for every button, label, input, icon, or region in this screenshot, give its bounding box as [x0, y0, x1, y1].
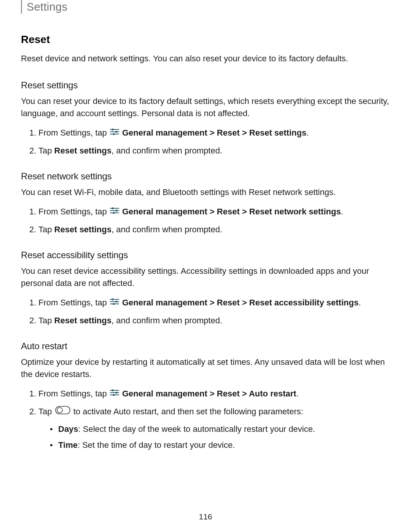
sliders-icon [110, 126, 119, 139]
intro-text: Reset device and network settings. You c… [21, 53, 390, 65]
step-1: From Settings, tap General management > … [29, 205, 390, 219]
heading-reset-settings: Reset settings [21, 80, 390, 91]
step-1: From Settings, tap General management > … [29, 387, 390, 401]
step-1: From Settings, tap General management > … [29, 296, 390, 310]
page-number: 116 [0, 512, 411, 521]
steps-reset-network: From Settings, tap General management > … [21, 205, 390, 236]
heading-reset-network: Reset network settings [21, 171, 390, 182]
desc-reset-accessibility: You can reset device accessibility setti… [21, 265, 390, 289]
desc-reset-network: You can reset Wi-Fi, mobile data, and Bl… [21, 186, 390, 198]
desc-reset-settings: You can reset your device to its factory… [21, 95, 390, 120]
sliders-icon [110, 387, 119, 400]
heading-auto-restart: Auto restart [21, 341, 390, 351]
breadcrumb: Settings [27, 1, 67, 13]
param-days: Days: Select the day of the week to auto… [38, 423, 390, 436]
step-2: Tap to activate Auto restart, and then s… [29, 405, 390, 452]
steps-auto-restart: From Settings, tap General management > … [21, 387, 390, 452]
auto-restart-params: Days: Select the day of the week to auto… [38, 423, 390, 452]
sliders-icon [110, 296, 119, 309]
param-time: Time: Set the time of day to restart you… [38, 439, 390, 452]
steps-reset-settings: From Settings, tap General management > … [21, 126, 390, 157]
sliders-icon [110, 205, 119, 218]
desc-auto-restart: Optimize your device by restarting it au… [21, 356, 390, 380]
step-2: Tap Reset settings, and confirm when pro… [29, 144, 390, 157]
page-title: Reset [21, 34, 390, 46]
step-2: Tap Reset settings, and confirm when pro… [29, 223, 390, 236]
breadcrumb-bar: Settings [21, 0, 390, 14]
heading-reset-accessibility: Reset accessibility settings [21, 250, 390, 260]
toggle-off-icon [55, 405, 70, 418]
step-1: From Settings, tap General management > … [29, 126, 390, 141]
step-2: Tap Reset settings, and confirm when pro… [29, 314, 390, 327]
steps-reset-accessibility: From Settings, tap General management > … [21, 296, 390, 327]
